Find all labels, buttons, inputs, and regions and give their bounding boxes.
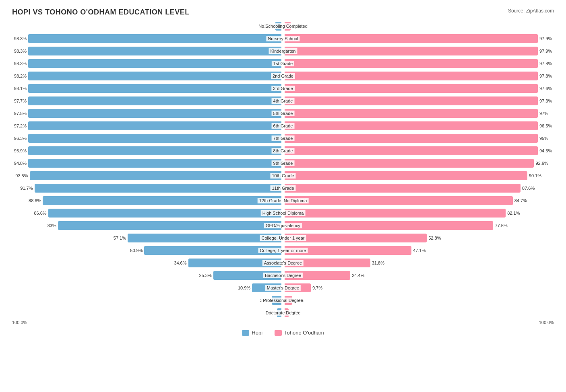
hopi-bar: [28, 47, 281, 55]
hopi-bar: [28, 72, 281, 80]
tohono-value: 24.4%: [352, 273, 366, 278]
hopi-value: 98.3%: [12, 61, 27, 66]
right-section: 2.3%: [283, 22, 554, 31]
tohono-value: 92.6%: [535, 161, 549, 166]
hopi-bar: [43, 196, 281, 205]
tohono-value: 96.5%: [539, 123, 554, 128]
tohono-value: 95%: [539, 136, 554, 141]
bar-label: Nursery School: [266, 36, 300, 41]
right-section: 95%: [283, 134, 554, 143]
bar-label: College, 1 year or more: [258, 248, 308, 253]
left-section: 1.6%: [12, 308, 283, 317]
tohono-value: 97.8%: [539, 74, 554, 78]
hopi-value: 96.3%: [12, 136, 27, 141]
right-section: 82.1%: [283, 209, 554, 218]
tohono-value: 94.5%: [539, 148, 554, 153]
hopi-value: 97.5%: [12, 111, 27, 116]
bar-label: Bachelor's Degree: [263, 273, 303, 278]
tohono-value: 90.1%: [529, 173, 543, 178]
hopi-value: 97.2%: [12, 123, 27, 128]
tohono-value: 97.9%: [539, 36, 554, 41]
right-section: 94.5%: [283, 146, 554, 155]
bar-row-inner: 34.6% Associate's Degree 31.8%: [12, 259, 554, 267]
hopi-bar: [28, 109, 281, 118]
bar-row-inner: 98.2% 2nd Grade 97.8%: [12, 72, 554, 80]
tohono-bar: [285, 96, 538, 105]
left-section: 25.3%: [12, 271, 283, 280]
right-section: 47.1%: [283, 246, 554, 255]
bar-row: 98.3% Nursery School 97.9%: [12, 33, 554, 44]
hopi-value: 91.7%: [19, 186, 33, 191]
axis-left-label: 100.0%: [12, 320, 27, 325]
bar-label: 2nd Grade: [271, 73, 295, 79]
bar-label: 6th Grade: [272, 123, 295, 129]
tohono-value: 97%: [539, 111, 554, 116]
bar-row-inner: 3.6% Professional Degree 2.8%: [12, 296, 554, 305]
bar-row: 88.6% 12th Grade, No Diploma 84.7%: [12, 195, 554, 206]
axis-labels: 100.0% 100.0%: [12, 320, 554, 325]
bar-row: 93.5% 10th Grade 90.1%: [12, 170, 554, 181]
right-section: 96.5%: [283, 121, 554, 130]
bar-row-inner: 1.6% Doctorate Degree 1.5%: [12, 308, 554, 317]
right-section: 97.9%: [283, 34, 554, 43]
hopi-bar: [28, 96, 281, 105]
hopi-value: 98.3%: [12, 49, 27, 53]
hopi-value: 94.8%: [12, 161, 27, 166]
left-section: 86.6%: [12, 209, 283, 218]
bar-label: 4th Grade: [272, 98, 295, 104]
bar-label: High School Diploma: [261, 210, 306, 216]
tohono-value: 97.8%: [539, 61, 554, 66]
right-section: 97.8%: [283, 59, 554, 68]
legend: Hopi Tohono O'odham: [12, 330, 554, 336]
hopi-value: 88.6%: [27, 198, 41, 203]
right-section: 84.7%: [283, 196, 554, 205]
right-section: 97.6%: [283, 84, 554, 93]
tohono-value: 97.9%: [539, 49, 554, 53]
tohono-bar: [285, 171, 527, 180]
bar-label: 8th Grade: [272, 148, 295, 154]
hopi-value: 93.5%: [14, 173, 28, 178]
left-section: 91.7%: [12, 184, 283, 193]
source-label: Source: ZipAtlas.com: [508, 8, 554, 14]
tohono-bar: [285, 134, 538, 143]
bar-row: 94.8% 9th Grade 92.6%: [12, 158, 554, 169]
right-section: 92.6%: [283, 159, 554, 168]
tohono-value: 87.6%: [522, 186, 536, 191]
left-section: 97.7%: [12, 96, 283, 105]
bar-label: 3rd Grade: [271, 86, 295, 91]
hopi-bar: [30, 171, 282, 180]
right-section: 77.5%: [283, 221, 554, 230]
hopi-legend-label: Hopi: [252, 330, 262, 336]
bar-row: 10.9% Master's Degree 9.7%: [12, 282, 554, 293]
bar-label: College, Under 1 year: [260, 235, 306, 241]
left-section: 50.9%: [12, 246, 283, 255]
tohono-bar: [285, 159, 534, 168]
hopi-color-box: [242, 330, 249, 336]
bar-label: 1st Grade: [272, 61, 294, 66]
bar-row: 25.3% Bachelor's Degree 24.4%: [12, 270, 554, 281]
bar-label: 5th Grade: [272, 111, 295, 116]
bar-row-inner: 97.2% 6th Grade 96.5%: [12, 121, 554, 130]
bar-row: 98.3% 1st Grade 97.8%: [12, 58, 554, 69]
right-section: 97.9%: [283, 47, 554, 55]
bar-row: 97.5% 5th Grade 97%: [12, 108, 554, 119]
bar-row: 34.6% Associate's Degree 31.8%: [12, 257, 554, 269]
bar-row-inner: 98.3% Nursery School 97.9%: [12, 34, 554, 43]
hopi-value: 50.9%: [128, 248, 143, 253]
tohono-legend-label: Tohono O'odham: [284, 330, 324, 336]
bar-row-inner: 50.9% College, 1 year or more 47.1%: [12, 246, 554, 255]
left-section: 34.6%: [12, 259, 283, 267]
bar-row: 86.6% High School Diploma 82.1%: [12, 207, 554, 219]
right-section: 87.6%: [283, 184, 554, 193]
hopi-value: 98.2%: [12, 74, 27, 78]
left-section: 98.3%: [12, 34, 283, 43]
bar-row-inner: 98.3% 1st Grade 97.8%: [12, 59, 554, 68]
tohono-value: 82.1%: [507, 211, 521, 215]
bar-label: No Schooling Completed: [257, 23, 309, 29]
hopi-bar: [28, 159, 281, 168]
tohono-bar: [285, 146, 538, 155]
bar-row-inner: 96.3% 7th Grade 95%: [12, 134, 554, 143]
bar-row-inner: 88.6% 12th Grade, No Diploma 84.7%: [12, 196, 554, 205]
bar-label: GED/Equivalency: [264, 223, 302, 228]
bar-label: Professional Degree: [261, 298, 305, 303]
